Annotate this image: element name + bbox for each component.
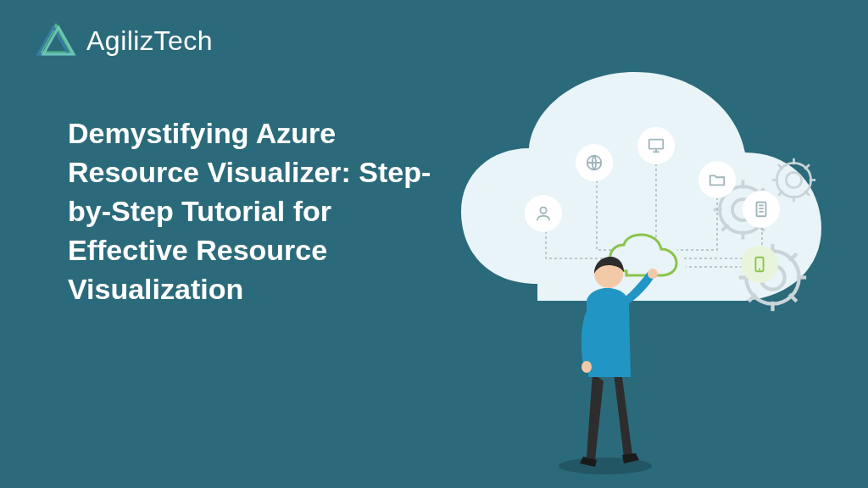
hero-illustration — [436, 55, 843, 445]
svg-point-42 — [581, 361, 592, 373]
svg-line-29 — [748, 294, 756, 302]
svg-rect-32 — [649, 140, 664, 149]
svg-line-9 — [778, 191, 783, 196]
globe-icon — [576, 144, 613, 181]
person-icon — [525, 195, 562, 232]
svg-line-8 — [804, 164, 810, 169]
logo-triangle-icon — [36, 20, 76, 61]
person-illustration — [546, 241, 673, 479]
svg-line-27 — [789, 294, 797, 302]
brand-name: AgilizTech — [86, 25, 213, 57]
page-headline: Demystifying Azure Resource Visualizer: … — [68, 114, 441, 308]
server-icon — [743, 191, 780, 228]
mobile-icon — [741, 246, 778, 283]
gear-icon — [771, 157, 817, 203]
svg-line-6 — [778, 164, 783, 169]
svg-point-43 — [648, 269, 658, 279]
svg-line-7 — [804, 191, 810, 196]
svg-line-28 — [789, 253, 797, 261]
folder-icon — [698, 161, 736, 198]
svg-point-0 — [786, 172, 801, 187]
brand-logo: AgilizTech — [36, 20, 213, 61]
svg-point-30 — [540, 208, 546, 214]
monitor-icon — [637, 127, 675, 164]
